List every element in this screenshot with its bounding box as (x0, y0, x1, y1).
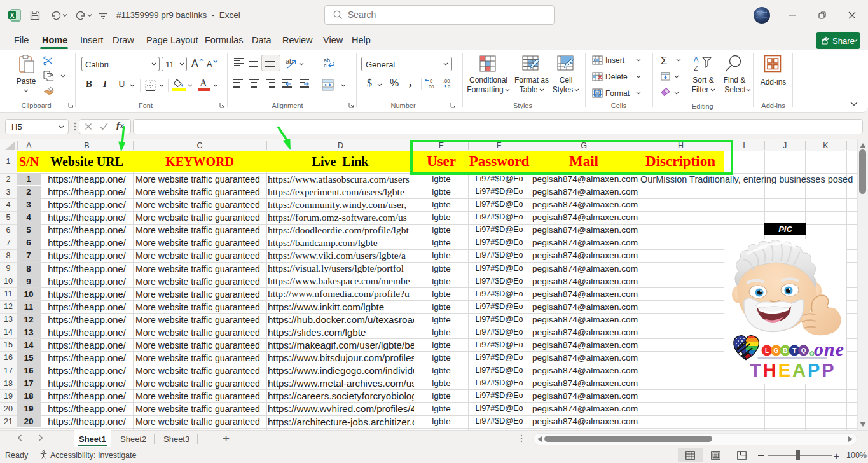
svg-text:A: A (694, 55, 699, 63)
svg-text:.00: .00 (443, 78, 450, 84)
svg-text:G: G (774, 347, 779, 354)
svg-text:0: 0 (430, 78, 432, 84)
svg-text:Z: Z (694, 64, 698, 72)
svg-text:0: 0 (448, 84, 450, 89)
svg-text:one: one (814, 338, 844, 359)
svg-text:.00: .00 (427, 84, 434, 89)
svg-text:L: L (765, 347, 769, 354)
svg-text:B: B (783, 347, 787, 354)
svg-text:X: X (10, 12, 15, 19)
svg-text:Q: Q (801, 347, 806, 354)
svg-text:c: c (324, 62, 327, 68)
svg-text:T: T (792, 347, 796, 354)
